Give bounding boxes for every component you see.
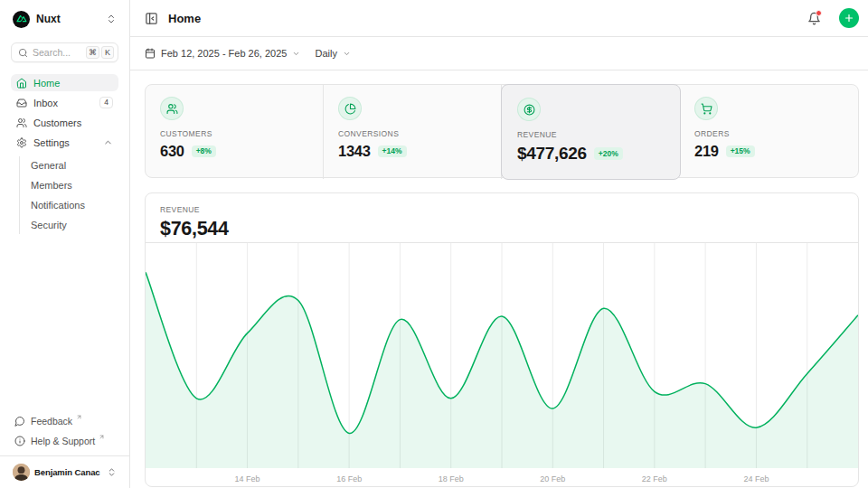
sidebar-item-general[interactable]: General [31,156,118,174]
nuxt-logo-icon [13,11,30,28]
sidebar-nav: Home Inbox 4 Customers Settings [11,74,118,234]
user-name: Benjamin Canac [34,467,102,477]
sidebar: Nuxt Search... ⌘K Home [0,0,130,488]
app: Nuxt Search... ⌘K Home [0,0,868,488]
chart-label: REVENUE [160,205,844,214]
users-icon [16,117,27,128]
page-title: Home [168,12,792,25]
sidebar-item-settings[interactable]: Settings [11,134,118,151]
sidebar-item-security[interactable]: Security [31,216,118,234]
delta-badge: +14% [378,145,407,158]
toolbar: Feb 12, 2025 - Feb 26, 2025 Daily [130,37,868,70]
shopping-cart-icon [694,97,718,120]
stat-conversions[interactable]: CONVERSIONS 1343 +14% [324,85,502,179]
message-circle-icon [14,416,25,427]
home-icon [16,78,27,89]
feedback-link[interactable]: Feedback [11,412,118,429]
user-menu[interactable]: Benjamin Canac [11,459,118,484]
chevron-up-icon [103,137,113,147]
chevrons-up-down-icon [106,14,117,24]
chevron-down-icon [343,50,351,58]
chart-pie-icon [338,97,362,120]
sidebar-item-customers[interactable]: Customers [11,114,118,131]
calendar-icon [145,48,156,59]
chart-header: REVENUE $76,544 [146,193,858,243]
main: Home Feb 12, 2025 - Feb 26, 2025 Daily [130,0,868,488]
workspace-switcher[interactable]: Nuxt [11,9,118,29]
gear-icon [16,137,27,148]
chevrons-up-down-icon [107,467,117,477]
sidebar-item-home[interactable]: Home [11,74,118,91]
x-tick-label: 14 Feb [235,474,260,483]
collapse-sidebar-icon[interactable] [145,12,158,25]
x-tick-label: 16 Feb [336,474,362,483]
stat-revenue[interactable]: REVENUE $477,626 +20% [501,84,681,180]
inbox-count-badge: 4 [99,97,113,109]
x-axis-labels: 14 Feb16 Feb18 Feb20 Feb22 Feb24 Feb [146,468,858,485]
stat-orders[interactable]: ORDERS 219 +15% [680,85,858,179]
settings-subnav: General Members Notifications Security [19,156,118,234]
content: CUSTOMERS 630 +8% CONVERSIONS 1343 +14% [130,70,868,487]
main-header: Home [130,0,868,37]
stat-customers[interactable]: CUSTOMERS 630 +8% [146,85,324,179]
sidebar-item-members[interactable]: Members [31,176,118,194]
external-link-icon [99,434,105,440]
search-icon [18,48,28,58]
inbox-icon [16,98,27,108]
search-placeholder: Search... [33,47,81,58]
notifications-button[interactable] [802,6,826,30]
chart-value: $76,544 [160,218,844,240]
search-input[interactable]: Search... ⌘K [11,42,118,62]
delta-badge: +20% [594,147,623,160]
x-tick-label: 20 Feb [540,474,565,483]
x-tick-label: 18 Feb [439,474,464,483]
sidebar-divider [0,455,129,456]
sidebar-item-notifications[interactable]: Notifications [31,196,118,214]
kbd-k: K [101,46,114,59]
add-button[interactable] [839,8,859,28]
delta-badge: +8% [192,145,216,158]
external-link-icon [76,414,82,420]
help-support-link[interactable]: Help & Support [11,432,118,449]
workspace-name: Nuxt [36,13,99,25]
revenue-chart-card: REVENUE $76,544 14 Feb16 Feb18 Feb20 Feb… [145,192,859,487]
revenue-chart[interactable] [146,243,858,468]
x-tick-label: 22 Feb [642,474,667,483]
kbd-meta: ⌘ [86,46,99,59]
circle-dollar-icon [517,98,541,121]
sidebar-item-inbox[interactable]: Inbox 4 [11,94,118,111]
delta-badge: +15% [726,145,755,158]
granularity-select[interactable]: Daily [315,48,350,59]
x-tick-label: 24 Feb [743,474,769,483]
chevron-down-icon [292,50,300,58]
sidebar-footer: Feedback Help & Support [11,412,118,455]
avatar [13,464,30,481]
date-range-picker[interactable]: Feb 12, 2025 - Feb 26, 2025 [145,48,300,59]
notification-dot [816,10,822,16]
stats-row: CUSTOMERS 630 +8% CONVERSIONS 1343 +14% [145,84,859,178]
info-circle-icon [14,436,25,446]
users-icon [160,97,184,120]
